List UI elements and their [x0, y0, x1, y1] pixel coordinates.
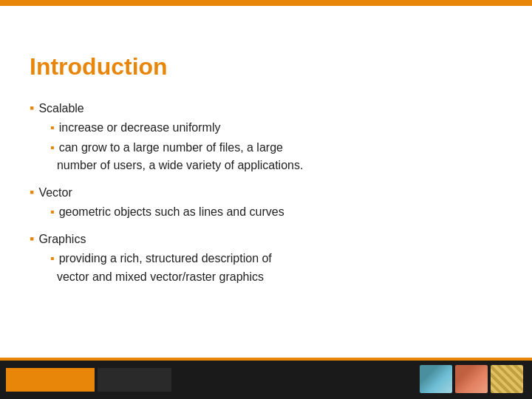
list-item: ▪providing a rich, structured descriptio… — [50, 250, 502, 287]
sub-list: ▪providing a rich, structured descriptio… — [50, 250, 502, 287]
list-item: ▪can grow to a large number of files, a … — [50, 139, 502, 176]
list-item: ▪Graphics ▪providing a rich, structured … — [30, 229, 502, 286]
thumbnail-1 — [420, 365, 452, 393]
sub-list: ▪increase or decrease uniformly ▪can gro… — [50, 119, 502, 175]
bottom-dark-block — [98, 368, 171, 392]
list-item: ▪geometric objects such as lines and cur… — [50, 203, 502, 222]
bottom-orange-block — [6, 368, 95, 392]
bullet-marker: ▪ — [30, 231, 34, 246]
thumbnail-3 — [491, 365, 523, 393]
sub-bullet-marker: ▪ — [50, 141, 55, 154]
sub-item-text: geometric objects such as lines and curv… — [59, 205, 284, 218]
sub-bullet-marker: ▪ — [50, 252, 55, 265]
bullet-list: ▪Scalable ▪increase or decrease uniforml… — [30, 98, 502, 286]
sub-bullet-marker: ▪ — [50, 205, 55, 218]
bullet-marker: ▪ — [30, 185, 34, 200]
list-item: ▪increase or decrease uniformly — [50, 119, 502, 137]
sub-item-text: providing a rich, structured description… — [50, 252, 272, 283]
item-label: Vector — [38, 186, 72, 199]
item-label: Scalable — [38, 102, 83, 115]
main-content: Introduction ▪Scalable ▪increase or decr… — [30, 24, 502, 347]
bullet-marker: ▪ — [30, 100, 34, 115]
list-item: ▪Scalable ▪increase or decrease uniforml… — [30, 98, 502, 175]
sub-list: ▪geometric objects such as lines and cur… — [50, 203, 502, 222]
thumbnail-2 — [455, 365, 488, 393]
slide-title: Introduction — [30, 53, 502, 81]
top-bar — [0, 0, 532, 6]
bottom-bar — [0, 361, 532, 399]
list-item: ▪Vector ▪geometric objects such as lines… — [30, 183, 502, 222]
sub-item-text: can grow to a large number of files, a l… — [50, 141, 303, 172]
sub-bullet-marker: ▪ — [50, 121, 55, 134]
thumbnails — [420, 365, 523, 393]
item-label: Graphics — [38, 233, 86, 245]
sub-item-text: increase or decrease uniformly — [59, 121, 221, 134]
